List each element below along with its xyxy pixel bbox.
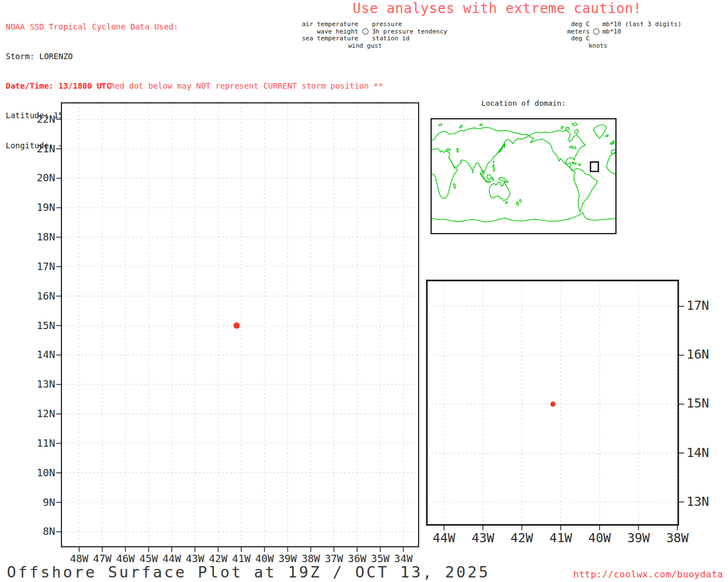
zoom-plot-x-tick-label: 38W: [657, 531, 697, 545]
legend-pressure: pressure: [372, 21, 447, 28]
coast-great-lakes: [569, 146, 576, 149]
main-plot-y-tick-label: 15N: [24, 319, 55, 331]
legend-station-id: station id: [372, 35, 447, 43]
coast-africa-east: [432, 158, 458, 198]
coast-nz-south: [516, 202, 519, 206]
coast-severnaya-zemlya: [479, 124, 482, 126]
coast-hispaniola: [578, 164, 581, 165]
inset-map-title: Location of domain:: [431, 99, 617, 107]
main-plot: 48W47W46W45W44W43W42W41W40W39W38W37W36W3…: [61, 102, 419, 547]
main-plot-y-tick-label: 9N: [24, 496, 55, 508]
coast-black-sea: [446, 149, 450, 151]
legend-wind-gust: wind gust: [348, 43, 447, 50]
coast-greenland: [593, 124, 606, 138]
zoom-plot-x-tick-label: 40W: [580, 531, 619, 545]
coast-south-america: [573, 168, 598, 212]
main-plot-y-tick-label: 16N: [24, 290, 55, 302]
buoy-plot-page: NOAA SSD Tropical Cyclone Data Used: Sto…: [0, 0, 728, 582]
storm-position-warning: ** Red dot below may NOT represent CURRE…: [96, 81, 383, 90]
station-model-legend: air temperature pressure wave height 3h …: [296, 21, 447, 49]
station-circle-icon: [362, 28, 369, 35]
coast-sumatra: [480, 173, 486, 180]
units-legend: deg C mb*10 (last 3 digits) meters mb*10…: [560, 21, 681, 49]
coast-ellesmere: [572, 123, 578, 126]
coast-caspian-sea: [457, 148, 458, 152]
coast-africa-west: [607, 152, 615, 174]
unit-pressure: mb*10 (last 3 digits): [602, 21, 681, 28]
coast-banks-island: [561, 126, 563, 128]
unit-air-temperature: deg C: [560, 21, 590, 28]
main-plot-y-tick-label: 20N: [24, 172, 55, 184]
coast-borneo: [487, 174, 491, 180]
zoom-plot-y-tick-label: 15N: [686, 396, 723, 410]
zoom-plot-x-tick-label: 44W: [424, 531, 464, 545]
plot-title: Offshore Surface Plot at 19Z / OCT 13, 2…: [7, 563, 490, 581]
main-plot-y-tick-label: 22N: [24, 113, 55, 125]
coast-new-guinea: [499, 177, 508, 182]
noaa-source-line: NOAA SSD Tropical Cyclone Data Used:: [6, 22, 178, 32]
main-plot-y-tick-label: 17N: [24, 260, 55, 272]
caution-headline: Use analyses with extreme caution!: [353, 1, 642, 16]
storm-position-dot-zoom: [551, 402, 556, 407]
zoom-plot: 44W43W42W41W40W39W38W17N16N15N14N13N: [426, 280, 679, 526]
zoom-plot-x-tick-label: 41W: [541, 531, 581, 545]
coast-sulawesi: [492, 177, 493, 181]
coast-japan: [499, 144, 504, 153]
main-plot-y-tick-label: 21N: [24, 143, 55, 155]
coast-antarctica: [432, 213, 615, 222]
station-circle-icon: [593, 28, 599, 35]
zoom-plot-y-tick-label: 14N: [686, 446, 723, 460]
coast-britain: [613, 140, 615, 144]
zoom-plot-y-tick-label: 17N: [686, 298, 723, 313]
legend-sea-temperature: sea temperature: [296, 35, 358, 43]
coast-madagascar: [454, 184, 456, 189]
world-map-svg: [432, 119, 615, 233]
domain-rectangle: [590, 162, 598, 172]
coast-tasmania: [506, 202, 507, 203]
coast-svalbard: [439, 124, 442, 126]
coast-baffin: [574, 130, 578, 134]
unit-sea-temperature: deg C: [560, 35, 590, 43]
main-plot-x-tick-label: 34W: [383, 552, 423, 564]
main-plot-y-tick-label: 11N: [24, 437, 55, 449]
main-plot-y-tick-label: 13N: [24, 378, 55, 390]
main-plot-y-tick-label: 18N: [24, 231, 55, 243]
main-plot-y-tick-label: 8N: [24, 525, 55, 537]
coast-nz-north: [519, 199, 522, 203]
storm-name-line: Storm: LORENZO: [6, 52, 178, 61]
coast-eurasia: [432, 127, 528, 174]
coast-novaya-zemlya: [460, 125, 462, 128]
coast-sri-lanka: [473, 172, 473, 173]
unit-3h-pressure-tendency: mb*10: [602, 28, 681, 36]
continent-outlines: [432, 123, 615, 222]
legend-air-temperature: air temperature: [296, 21, 358, 28]
zoom-plot-y-tick-label: 13N: [686, 494, 723, 509]
unit-wind-gust: knots: [589, 43, 681, 50]
storm-position-dot: [234, 322, 240, 329]
main-plot-y-tick-label: 14N: [24, 348, 55, 360]
main-plot-y-tick-label: 10N: [24, 467, 55, 479]
zoom-plot-x-tick-label: 39W: [619, 531, 659, 545]
coast-iceland: [606, 135, 609, 136]
coast-taiwan: [493, 161, 494, 163]
coast-ireland: [610, 143, 612, 144]
coast-cuba: [572, 162, 577, 164]
source-url: http://coolwx.com/buoydata: [573, 569, 723, 580]
main-plot-y-tick-label: 12N: [24, 408, 55, 419]
main-plot-y-tick-label: 19N: [24, 201, 55, 213]
world-map-inset: [431, 118, 617, 234]
coast-java: [485, 181, 491, 182]
zoom-plot-canvas: [428, 281, 677, 524]
coast-australia: [489, 181, 510, 201]
zoom-plot-x-tick-label: 43W: [463, 531, 503, 545]
coast-victoria-island: [565, 127, 569, 130]
main-plot-canvas: [62, 103, 418, 546]
coast-sakhalin: [504, 143, 505, 148]
coast-north-america: [528, 130, 585, 171]
coast-philippines: [493, 164, 495, 172]
zoom-plot-y-tick-label: 16N: [686, 347, 723, 361]
zoom-plot-x-tick-label: 42W: [502, 531, 541, 545]
